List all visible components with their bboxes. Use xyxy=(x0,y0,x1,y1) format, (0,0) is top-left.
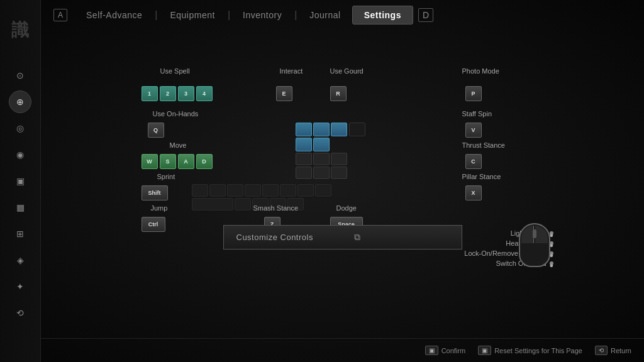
nav-equipment[interactable]: Equipment xyxy=(158,6,226,24)
sidebar-icon-book[interactable]: ▣ xyxy=(9,170,31,192)
key-d[interactable]: D xyxy=(196,154,213,169)
mouse-diagram xyxy=(519,223,550,267)
key-right-mid xyxy=(349,123,365,136)
customize-controls-button[interactable]: Customize Controls ⧉ xyxy=(223,225,462,250)
return-label: Return xyxy=(611,347,631,354)
mouse-right-button xyxy=(535,226,548,243)
key-4[interactable]: 4 xyxy=(196,86,213,101)
key-mid-5 xyxy=(313,138,330,151)
main-content: Use Spell Interact Use Gourd Photo Mode … xyxy=(41,30,644,337)
mouse-scroll-wheel xyxy=(533,229,536,238)
bottom-return: ⟲ Return xyxy=(595,346,631,355)
key-p[interactable]: P xyxy=(465,86,482,101)
key-q[interactable]: Q xyxy=(148,123,164,138)
nav-inventory[interactable]: Inventory xyxy=(231,6,293,24)
nav-right-button[interactable]: D xyxy=(418,8,433,22)
nav-self-advance[interactable]: Self-Advance xyxy=(75,6,153,24)
label-dodge: Dodge xyxy=(336,204,357,212)
confirm-label: Confirm xyxy=(441,347,466,354)
key-a[interactable]: A xyxy=(178,154,194,169)
decoration-character: 識 xyxy=(8,5,33,55)
sidebar-icon-settings[interactable]: ⊕ xyxy=(9,90,31,113)
sidebar-icon-sliders[interactable]: ⊞ xyxy=(9,222,31,245)
confirm-key: ▣ xyxy=(425,346,438,355)
label-staff-spin: Staff Spin xyxy=(462,110,492,118)
top-navigation: A Self-Advance | Equipment | Inventory |… xyxy=(41,0,644,30)
label-use-on-hands: Use On-Hands xyxy=(153,110,199,118)
nav-sep-2: | xyxy=(226,9,231,21)
key-mid-7 xyxy=(313,153,330,165)
sidebar-icon-volume[interactable]: ◈ xyxy=(9,249,31,272)
key-v[interactable]: V xyxy=(465,123,482,138)
nav-settings[interactable]: Settings xyxy=(352,6,413,25)
key-3[interactable]: 3 xyxy=(178,86,194,101)
customize-controls-label: Customize Controls xyxy=(236,233,313,242)
key-w[interactable]: W xyxy=(142,154,158,169)
key-mid-10 xyxy=(313,167,330,179)
sidebar-icon-eye[interactable]: ◉ xyxy=(9,143,31,166)
sidebar-icon-target[interactable]: ◎ xyxy=(9,117,31,140)
key-mid-9 xyxy=(296,167,312,179)
bottom-reset: ▣ Reset Settings for This Page xyxy=(478,346,582,355)
key-mid-4 xyxy=(296,138,312,151)
sidebar-icon-exit[interactable]: ⟲ xyxy=(9,302,31,324)
reset-label: Reset Settings for This Page xyxy=(494,347,582,354)
key-mid-1 xyxy=(296,123,312,136)
copy-icon: ⧉ xyxy=(354,232,361,243)
nav-sep-3: | xyxy=(293,9,298,21)
label-use-gourd: Use Gourd xyxy=(330,67,364,75)
bottom-confirm: ▣ Confirm xyxy=(425,346,466,355)
label-sprint: Sprint xyxy=(157,173,175,180)
key-ctrl[interactable]: Ctrl xyxy=(142,217,165,232)
nav-left-button[interactable]: A xyxy=(53,9,67,21)
return-key: ⟲ xyxy=(595,346,608,355)
label-pillar-stance: Pillar Stance xyxy=(462,173,501,180)
label-jump: Jump xyxy=(151,204,168,212)
key-r[interactable]: R xyxy=(330,86,347,101)
key-mid-6 xyxy=(296,153,312,165)
mouse-left-button xyxy=(521,226,534,243)
key-e[interactable]: E xyxy=(276,86,292,101)
label-interact: Interact xyxy=(280,67,303,75)
sidebar-icon-gamepad[interactable]: ⊙ xyxy=(9,64,31,87)
label-use-spell: Use Spell xyxy=(160,67,190,75)
key-shift[interactable]: Shift xyxy=(142,185,168,200)
label-move: Move xyxy=(170,141,187,149)
key-s[interactable]: S xyxy=(160,154,176,169)
reset-key: ▣ xyxy=(478,346,491,355)
key-x[interactable]: X xyxy=(465,185,482,200)
key-1[interactable]: 1 xyxy=(142,86,158,101)
key-mid-11 xyxy=(331,167,347,179)
key-mid-2 xyxy=(313,123,330,136)
label-thrust-stance: Thrust Stance xyxy=(462,141,505,149)
nav-sep-1: | xyxy=(153,9,158,21)
sidebar-icon-display[interactable]: ▦ xyxy=(9,196,31,219)
key-mid-8 xyxy=(331,153,347,165)
label-photo-mode: Photo Mode xyxy=(462,67,499,75)
key-mid-3 xyxy=(331,123,347,136)
sidebar-icon-character[interactable]: ✦ xyxy=(9,275,31,298)
key-2[interactable]: 2 xyxy=(160,86,176,101)
label-smash-stance: Smash Stance xyxy=(253,204,299,212)
key-c[interactable]: C xyxy=(465,154,482,169)
bottom-bar: ▣ Confirm ▣ Reset Settings for This Page… xyxy=(41,338,644,362)
left-sidebar: 識 ⊙ ⊕ ◎ ◉ ▣ ▦ ⊞ ◈ ✦ ⟲ xyxy=(0,0,41,362)
nav-journal[interactable]: Journal xyxy=(298,6,352,24)
